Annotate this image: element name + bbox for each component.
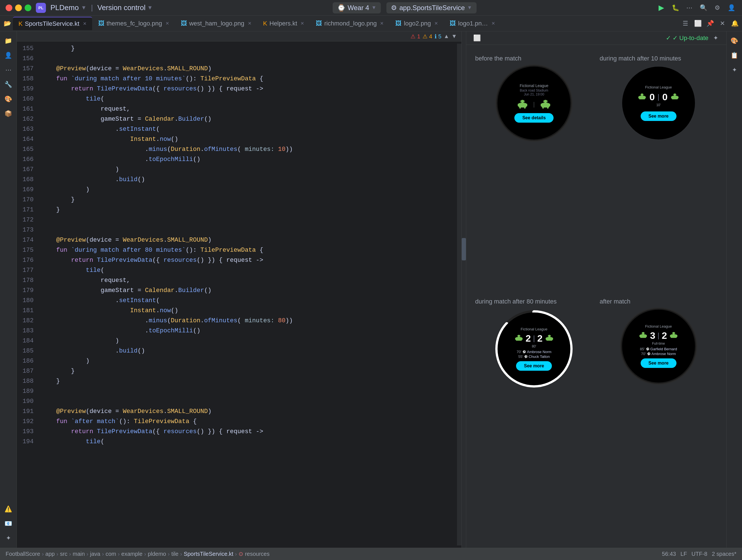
device-selector[interactable]: ⌚ Wear 4 ▼ xyxy=(333,2,381,13)
vertical-scrollbar[interactable] xyxy=(462,31,466,548)
sidebar-packages-icon[interactable]: 📦 xyxy=(2,107,14,120)
pin-tab-button[interactable]: 📌 xyxy=(705,18,715,29)
maximize-button[interactable] xyxy=(24,4,31,11)
tab-close-icon[interactable]: ✕ xyxy=(301,21,304,26)
tab-SportsTileService[interactable]: K SportsTileService.kt ✕ xyxy=(13,17,92,30)
preview-ai-icon[interactable]: ✦ xyxy=(711,33,721,43)
bc-footballscore[interactable]: FootballScore xyxy=(6,551,40,557)
code-line-191: @Preview(device = WearDevices.SMALL_ROUN… xyxy=(39,407,457,417)
app-logo: PL xyxy=(36,3,46,13)
sidebar-project-icon[interactable]: 📁 xyxy=(2,35,14,47)
svg-rect-4 xyxy=(519,106,521,109)
code-editor[interactable]: } @Preview(device = WearDevices.SMALL_RO… xyxy=(39,44,457,546)
bc-resources[interactable]: resources xyxy=(245,551,270,557)
close-tab-button[interactable]: ✕ xyxy=(718,18,728,29)
code-content[interactable]: 155 156 157 158 159 160 161 162 163 164 … xyxy=(17,42,462,548)
tab-helpers[interactable]: K Helpers.kt ✕ xyxy=(258,17,310,30)
tab-close-icon[interactable]: ✕ xyxy=(83,21,87,26)
tab-close-icon[interactable]: ✕ xyxy=(491,21,495,26)
away-team-icon-after xyxy=(669,332,678,340)
breadcrumb: FootballScore › app › src › main › java … xyxy=(6,551,270,557)
code-scrollbar[interactable] xyxy=(457,44,462,546)
svg-rect-38 xyxy=(515,338,516,340)
tab-close-icon[interactable]: ✕ xyxy=(248,21,252,26)
sidebar-notifications-icon[interactable]: 📧 xyxy=(2,517,14,530)
svg-rect-45 xyxy=(552,338,553,340)
profile-button[interactable]: 👤 xyxy=(726,3,736,13)
svg-rect-55 xyxy=(671,334,677,338)
split-horizontal-button[interactable]: ⬜ xyxy=(693,18,703,29)
svg-rect-15 xyxy=(547,106,548,109)
match-minute-10: 10' xyxy=(656,103,661,107)
see-more-button-80[interactable]: See more xyxy=(516,361,552,371)
service-dropdown-icon: ▼ xyxy=(467,5,472,11)
svg-point-59 xyxy=(675,333,675,334)
project-name[interactable]: PLDemo ▼ xyxy=(50,3,87,12)
settings-button[interactable]: ⚙ xyxy=(712,3,723,13)
tab-logo1[interactable]: 🖼 logo1.pn… ✕ xyxy=(444,17,500,30)
right-sidebar: 🎨 📋 ✦ xyxy=(726,31,742,548)
svg-rect-12 xyxy=(541,104,542,106)
error-count[interactable]: ⚠ 1 xyxy=(411,33,420,40)
tab-logo2[interactable]: 🖼 logo2.png ✕ xyxy=(390,17,443,30)
tab-close-icon[interactable]: ✕ xyxy=(434,21,438,26)
bc-symbol[interactable]: ⊙ xyxy=(238,551,243,557)
minimize-button[interactable] xyxy=(15,4,22,11)
tab-close-icon[interactable]: ✕ xyxy=(380,21,384,26)
scrollbar-thumb[interactable] xyxy=(462,238,466,260)
version-control[interactable]: Version control ▼ xyxy=(97,3,153,12)
sidebar-commit-icon[interactable]: 👤 xyxy=(2,49,14,62)
sidebar-tools-icon[interactable]: 🔧 xyxy=(2,79,14,91)
traffic-lights xyxy=(6,4,31,11)
sidebar-design-icon[interactable]: 🎨 xyxy=(2,93,14,105)
match-league-80: Fictional League xyxy=(521,327,547,331)
match-league: Fictional League xyxy=(520,84,548,88)
tab-list-button[interactable]: ☰ xyxy=(680,18,690,29)
bc-src[interactable]: src xyxy=(60,551,67,557)
svg-point-33 xyxy=(676,95,676,95)
see-more-button-10[interactable]: See more xyxy=(641,111,677,121)
tab-richmond-logo[interactable]: 🖼 richmond_logo.png ✕ xyxy=(310,17,389,30)
tab-west-ham-logo[interactable]: 🖼 west_ham_logo.png ✕ xyxy=(175,17,257,30)
bc-example[interactable]: example xyxy=(121,551,143,557)
warnings-collapse[interactable]: ▼ xyxy=(452,33,457,40)
sidebar-more-icon[interactable]: ⋯ xyxy=(2,64,14,76)
right-copy-icon[interactable]: 📋 xyxy=(728,49,741,62)
svg-rect-39 xyxy=(521,338,523,340)
bc-pldemo[interactable]: pldemo xyxy=(148,551,166,557)
indent-setting[interactable]: 2 spaces* xyxy=(712,551,736,557)
preview-label-after-match: after match xyxy=(600,298,631,305)
sidebar-ai-icon[interactable]: ✦ xyxy=(2,532,14,544)
right-palette-icon[interactable]: 🎨 xyxy=(728,35,741,47)
preview-label-before-match: before the match xyxy=(475,55,521,62)
tab-close-icon[interactable]: ✕ xyxy=(165,21,169,26)
right-ai-icon[interactable]: ✦ xyxy=(728,64,741,76)
service-selector[interactable]: ⚙ app.SportsTileService ▼ xyxy=(386,2,477,13)
project-tree-toggle[interactable]: 📂 xyxy=(2,18,12,29)
code-line-175: fun `during match after 80 minutes`(): T… xyxy=(39,245,457,255)
bc-file[interactable]: SportsTileService.kt xyxy=(184,551,233,557)
sidebar-warnings-icon[interactable]: ⚠️ xyxy=(2,503,14,515)
svg-rect-25 xyxy=(645,96,646,98)
info-count[interactable]: ℹ 5 xyxy=(434,33,441,40)
code-line-174: @Preview(device = WearDevices.SMALL_ROUN… xyxy=(39,235,457,245)
tab-themes-fc-logo[interactable]: 🖼 themes_fc_logo.png ✕ xyxy=(93,17,175,30)
run-button[interactable]: ▶ xyxy=(656,3,667,13)
bc-main[interactable]: main xyxy=(72,551,85,557)
code-line-176: return TilePreviewData({ resources() }) … xyxy=(39,255,457,265)
bc-com[interactable]: com xyxy=(106,551,116,557)
see-details-button[interactable]: See details xyxy=(514,113,553,123)
notifications-button[interactable]: 🔔 xyxy=(730,18,740,29)
warning-count[interactable]: ⚠ 4 xyxy=(423,33,432,40)
debug-button[interactable]: 🐛 xyxy=(670,3,680,13)
match-fulltime-label: Full-time xyxy=(652,342,665,346)
bc-tile[interactable]: tile xyxy=(171,551,179,557)
close-button[interactable] xyxy=(6,4,12,11)
warnings-expand[interactable]: ▲ xyxy=(443,33,449,40)
see-more-button-after[interactable]: See more xyxy=(641,358,677,368)
search-button[interactable]: 🔍 xyxy=(698,3,708,13)
preview-layout-icon[interactable]: ⬜ xyxy=(472,33,482,43)
bc-java[interactable]: java xyxy=(90,551,101,557)
bc-app[interactable]: app xyxy=(45,551,55,557)
more-actions-button[interactable]: ⋯ xyxy=(684,3,694,13)
